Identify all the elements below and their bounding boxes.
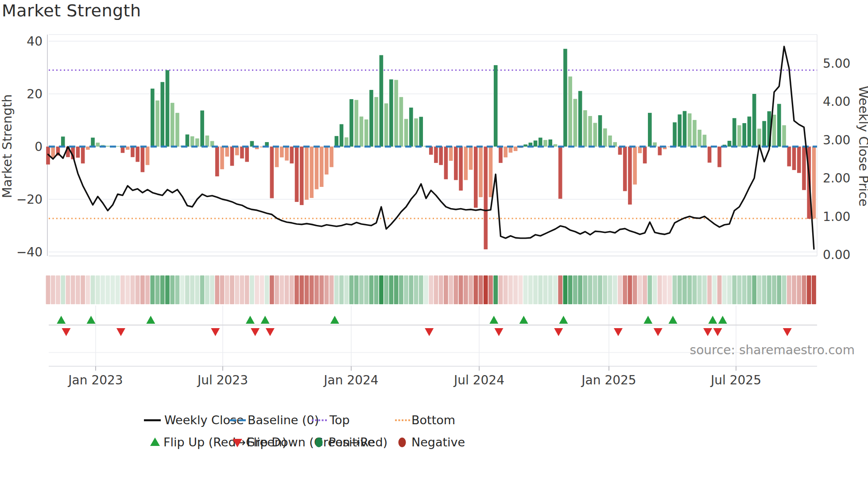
strength-bar [688,113,692,147]
heatmap-cell [812,275,816,304]
strength-bar [190,136,194,147]
strength-bar [76,147,80,158]
dotted-swatch [399,419,400,421]
strength-bar [200,110,204,147]
heatmap-cell [260,275,264,304]
dotted-swatch [408,419,410,421]
heatmap-cell [533,275,538,304]
heatmap-cell [742,275,747,304]
heatmap-cell [96,275,100,304]
heatmap-cell [275,275,279,304]
strength-bar [737,125,741,147]
strength-bar [583,110,587,147]
heatmap-cell [538,275,542,304]
heatmap-cell [568,275,573,304]
strength-bar [558,147,562,199]
price-tick-label: 1.00 [823,209,850,224]
flip-down-marker [654,328,663,336]
strength-bar [86,147,90,150]
strength-bar [91,138,95,147]
heatmap-cell [693,275,697,304]
strength-bar [708,147,712,163]
heatmap-cell [160,275,165,304]
strength-bar [728,141,732,147]
heatmap-cell [573,275,577,304]
x-tick-label: Jul 2024 [453,373,504,387]
heatmap-cell [195,275,200,304]
flip-up-marker [559,316,568,324]
heatmap-cell [787,275,791,304]
heatmap-cell [429,275,433,304]
strength-bar [449,147,453,161]
strength-bar [444,147,448,179]
strength-bar [404,119,408,147]
strength-bar [51,147,55,158]
strength-bar [160,82,164,147]
heatmap-cell [101,275,105,304]
strength-bars [46,49,816,249]
strength-bar [170,103,174,147]
heatmap-cell [469,275,473,304]
legend-label: Baseline (0) [248,413,319,427]
heatmap-cell [638,275,642,304]
flip-down-marker [266,328,275,336]
strength-bar [787,147,791,167]
heatmap-cell [553,275,558,304]
heatmap-cell [225,275,229,304]
strength-bar [245,147,249,162]
strength-bar [345,137,349,147]
heatmap-cell [757,275,761,304]
heatmap-cell [255,275,259,304]
strength-bar [310,147,314,198]
axis-ticks: 40200−20−405.004.003.002.001.000.00Jan 2… [16,34,850,387]
dotted-swatch [322,419,324,421]
heatmap-cell [81,275,85,304]
heatmap-cell [379,275,384,304]
heatmap-cell [290,275,294,304]
y2-axis-label: Weekly Close Price [856,86,868,207]
strength-bar [578,91,582,147]
strength-bar [812,147,816,218]
heatmap-cell [623,275,627,304]
strength-bar [648,113,652,147]
heatmap-cell [285,275,289,304]
strength-bar [469,147,473,170]
strength-bar [136,147,140,162]
strength-bar [563,49,567,147]
strength-bar [360,116,364,147]
heatmap-cell [265,275,269,304]
flip-down-marker [703,328,712,336]
heatmap-cell [136,275,140,304]
strength-bar [703,135,707,147]
heatmap-cell [245,275,249,304]
negative-swatch [399,438,406,447]
strength-bar [240,147,244,159]
heatmap-cell [563,275,568,304]
strength-bar [186,135,190,147]
strength-bar [434,147,438,163]
dotted-swatch [315,419,317,421]
heatmap-cell [518,275,523,304]
heatmap-cell [374,275,379,304]
heatmap-cell [369,275,374,304]
flip-up-markers [57,316,727,324]
strength-bar [608,136,612,147]
strength-bar [320,147,324,187]
heatmap-cell [643,275,647,304]
x-tick-label: Jul 2023 [197,373,248,387]
dotted-swatch [312,419,314,421]
strength-bar [230,147,234,166]
chart-title: Market Strength [2,1,141,20]
strength-bar [374,97,378,147]
heatmap-cell [240,275,244,304]
heatmap-cell [513,275,518,304]
heatmap-cell [453,275,458,304]
strength-bar [454,147,458,180]
y-tick-label: 40 [27,34,43,49]
heatmap-cell [449,275,453,304]
heatmap-cell [459,275,463,304]
heatmap-cell [737,275,742,304]
heatmap-cell [344,275,349,304]
heatmap-cell [180,275,185,304]
strength-bar [380,55,384,147]
